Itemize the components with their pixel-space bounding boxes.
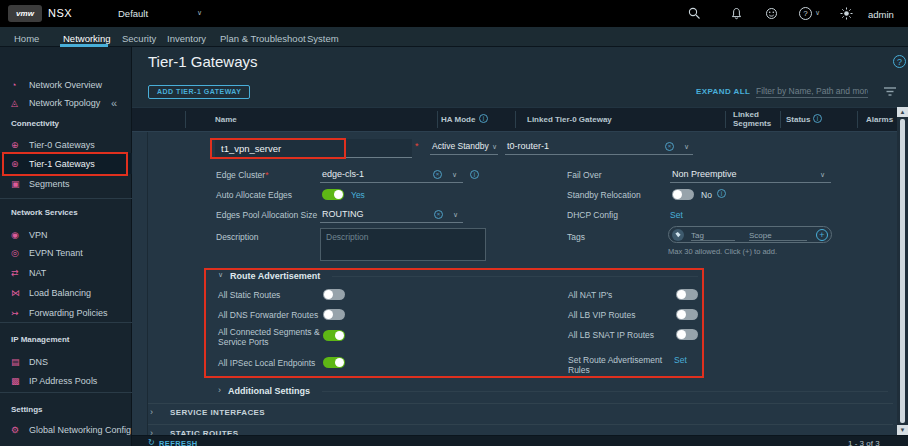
sidebar-group-settings: Settings (11, 405, 43, 414)
route-advertisement-collapse-icon[interactable]: ∨ (218, 271, 223, 279)
page-help-icon[interactable]: ? (893, 55, 906, 68)
toggle-knob (335, 331, 344, 340)
all-nat-ips-toggle[interactable] (676, 289, 698, 300)
ha-mode-select[interactable]: Active Standby ∨ (430, 139, 498, 155)
auto-allocate-edges-value: Yes (351, 190, 365, 200)
project-chevron-down-icon[interactable]: ∨ (197, 9, 202, 17)
additional-settings-chevron-icon[interactable]: › (218, 385, 221, 395)
scope-input[interactable] (749, 230, 807, 241)
add-tier1-gateway-button[interactable]: ADD TIER-1 GATEWAY (148, 85, 250, 99)
expand-all-button[interactable]: EXPAND ALL (696, 87, 750, 96)
sidebar-item-ip-address-pools[interactable]: ▩ IP Address Pools (0, 372, 132, 390)
column-header-status[interactable]: Status (786, 115, 810, 124)
add-tag-plus-icon[interactable]: + (816, 229, 828, 241)
user-menu[interactable]: admin (868, 9, 894, 20)
edges-pool-allocation-size-select[interactable]: ROUTING × ∨ (320, 207, 463, 223)
column-header-linked-tier0-gateway[interactable]: Linked Tier-0 Gateway (527, 115, 612, 124)
all-lb-snat-ip-routes-label: All LB SNAT IP Routes (568, 330, 654, 340)
theme-brightness-icon[interactable] (840, 7, 853, 20)
sidebar-item-global-networking-config[interactable]: ⚙ Global Networking Config (0, 421, 132, 439)
service-interfaces-section[interactable]: SERVICE INTERFACES (170, 408, 265, 417)
linked-tier0-value: t0-router-1 (507, 141, 549, 151)
ha-mode-info-icon[interactable]: i (479, 114, 488, 123)
tab-home[interactable]: Home (14, 33, 39, 44)
tags-label: Tags (567, 232, 585, 242)
set-route-advertisement-rules-link[interactable]: Set (674, 355, 687, 365)
auto-allocate-edges-toggle[interactable] (322, 189, 344, 200)
linked-tier0-select[interactable]: t0-router-1 × ∨ (505, 139, 693, 155)
tab-networking[interactable]: Networking (63, 33, 111, 44)
sidebar-group-network-services: Network Services (11, 208, 78, 217)
feedback-smiley-icon[interactable] (765, 7, 778, 20)
scrollbar-down-arrow[interactable]: ▼ (897, 425, 908, 435)
standby-relocation-toggle[interactable] (672, 189, 694, 200)
sidebar-item-label: Segments (29, 175, 70, 193)
standby-relocation-value: No (701, 190, 712, 200)
gateway-name-input[interactable] (215, 139, 412, 158)
edges-pool-clear-icon[interactable]: × (434, 210, 443, 219)
tag-icon (672, 229, 684, 241)
scrollbar-thumb[interactable] (900, 119, 905, 423)
tags-field[interactable]: + (668, 226, 832, 243)
scrollbar-up-arrow[interactable]: ▲ (897, 107, 908, 117)
network-topology-icon: ◬ (11, 94, 18, 112)
filter-funnel-icon[interactable] (884, 87, 896, 97)
fail-over-chevron-down-icon: ∨ (820, 171, 825, 179)
search-icon[interactable] (688, 7, 701, 20)
tag-input[interactable] (691, 230, 735, 241)
refresh-button[interactable]: REFRESH (159, 439, 198, 446)
edges-pool-chevron-down-icon: ∨ (453, 211, 458, 219)
standby-relocation-info-icon[interactable]: i (717, 189, 726, 198)
column-header-name[interactable]: Name (215, 115, 237, 124)
filter-input[interactable] (756, 84, 868, 98)
all-lb-vip-routes-toggle[interactable] (676, 309, 698, 320)
sidebar-item-network-topology[interactable]: ◬ Network Topology (0, 94, 132, 112)
description-textarea[interactable] (320, 228, 486, 261)
sidebar-item-evpn-tenant[interactable]: ◎ EVPN Tenant (0, 244, 132, 262)
tab-security[interactable]: Security (122, 33, 156, 44)
sidebar-item-tier1-gateways[interactable]: ⊛ Tier-1 Gateways (0, 153, 132, 174)
sidebar-item-vpn[interactable]: ◉ VPN (0, 226, 132, 244)
section-rule (322, 391, 888, 392)
edge-cluster-chevron-down-icon: ∨ (452, 171, 457, 179)
sidebar-item-tier0-gateways[interactable]: ⊕ Tier-0 Gateways (0, 136, 132, 154)
notifications-bell-icon[interactable] (730, 7, 743, 20)
linked-tier0-clear-icon[interactable]: × (665, 142, 674, 151)
route-advertisement-title[interactable]: Route Advertisement (230, 271, 320, 281)
fail-over-select[interactable]: Non Preemptive ∨ (670, 167, 831, 183)
additional-settings-section[interactable]: Additional Settings (228, 386, 310, 396)
project-selector[interactable]: Default (118, 8, 148, 19)
tab-inventory[interactable]: Inventory (167, 33, 206, 44)
all-connected-segments-toggle[interactable] (323, 330, 345, 341)
dhcp-config-set-link[interactable]: Set (670, 210, 683, 220)
column-separator (780, 111, 781, 128)
sidebar-item-dns[interactable]: ▤ DNS (0, 353, 132, 371)
all-lb-snat-ip-routes-toggle[interactable] (676, 329, 698, 340)
sidebar-group-ip-management: IP Management (11, 335, 70, 344)
edge-cluster-select[interactable]: edge-cls-1 × ∨ (320, 167, 463, 183)
help-chevron-down-icon[interactable]: ∨ (815, 9, 820, 17)
evpn-tenant-icon: ◎ (11, 244, 19, 262)
sidebar-item-nat[interactable]: ⇄ NAT (0, 264, 132, 282)
edge-cluster-info-icon[interactable]: i (470, 170, 479, 179)
edges-pool-allocation-size-label: Edges Pool Allocation Size (216, 210, 317, 220)
sidebar-item-network-overview[interactable]: ◔ Network Overview (0, 76, 132, 94)
all-static-routes-toggle[interactable] (323, 289, 345, 300)
column-header-alarms[interactable]: Alarms (866, 115, 893, 124)
sidebar-item-label: VPN (29, 226, 48, 244)
sidebar-item-segments[interactable]: ▣ Segments (0, 175, 132, 193)
help-icon[interactable]: ? (799, 7, 812, 20)
page-help-glyph: ? (897, 57, 902, 67)
refresh-icon[interactable]: ↻ (148, 438, 155, 446)
column-header-ha-mode[interactable]: HA Mode (441, 115, 475, 124)
service-interfaces-chevron-icon[interactable]: › (150, 407, 153, 417)
sidebar-item-forwarding-policies[interactable]: ↣ Forwarding Policies (0, 304, 132, 322)
all-ipsec-local-endpoints-toggle[interactable] (323, 357, 345, 368)
status-info-icon[interactable]: i (813, 114, 822, 123)
edge-cluster-clear-icon[interactable]: × (433, 170, 442, 179)
tab-system[interactable]: System (307, 33, 339, 44)
column-header-linked-segments[interactable]: Linked Segments (733, 110, 777, 128)
all-dns-forwarder-routes-toggle[interactable] (323, 309, 345, 320)
sidebar-item-load-balancing[interactable]: ⋈ Load Balancing (0, 284, 132, 302)
tab-plan-troubleshoot[interactable]: Plan & Troubleshoot (220, 33, 306, 44)
